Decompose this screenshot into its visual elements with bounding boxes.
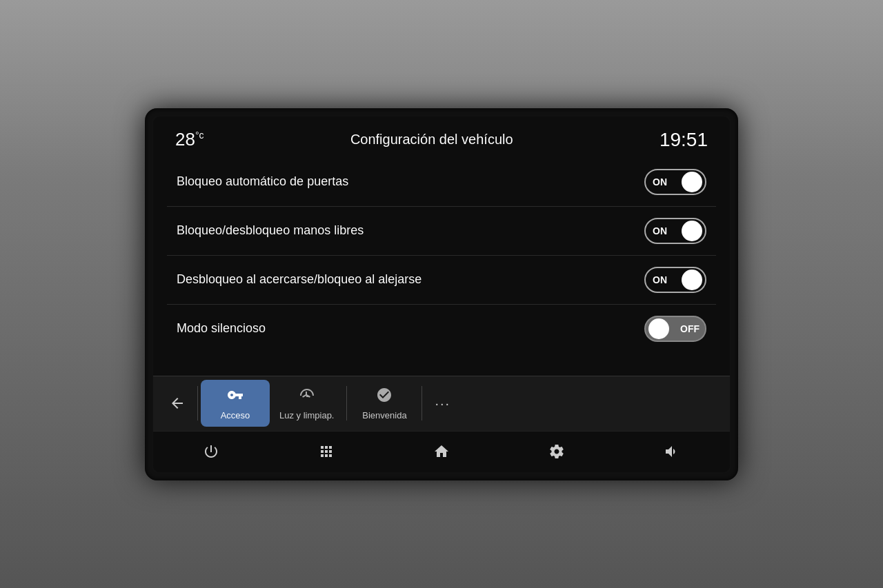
bienvenida-icon: [376, 387, 393, 407]
setting-label-desbloqueo-acercarse: Desbloqueo al acercarse/bloqueo al aleja…: [177, 272, 421, 287]
tab-divider-2: [346, 386, 347, 420]
toggle-knob-manos-libres: [682, 221, 702, 241]
tab-acceso-label: Acceso: [221, 410, 250, 420]
system-bar: [153, 431, 730, 472]
setting-row-bloqueo-automatico: Bloqueo automático de puertas ON: [167, 158, 716, 207]
temperature-display: 28°c: [175, 129, 204, 150]
page-title: Configuración del vehículo: [350, 132, 513, 148]
toggle-knob-bloqueo-automatico: [682, 172, 702, 192]
apps-button[interactable]: [309, 434, 344, 469]
volume-button[interactable]: [655, 434, 689, 469]
key-icon: [227, 387, 244, 403]
home-icon: [433, 443, 450, 460]
vehicle-settings-button[interactable]: [539, 434, 574, 469]
setting-row-desbloqueo-acercarse: Desbloqueo al acercarse/bloqueo al aleja…: [167, 256, 716, 305]
tab-bienvenida[interactable]: Bienvenida: [350, 380, 419, 427]
toggle-modo-silencioso[interactable]: OFF: [644, 316, 706, 342]
luz-limpiap-icon: [299, 387, 315, 407]
toggle-bloqueo-automatico[interactable]: ON: [644, 169, 706, 195]
toggle-manos-libres[interactable]: ON: [644, 218, 706, 244]
toggle-text-modo-silencioso: OFF: [680, 323, 700, 334]
temperature-value: 28: [175, 129, 195, 150]
main-screen: 28°c Configuración del vehículo 19:51 Bl…: [153, 116, 730, 472]
tab-divider-1: [197, 386, 198, 420]
tab-luz-limpiap[interactable]: Luz y limpiap.: [270, 380, 344, 427]
clock-display: 19:51: [659, 129, 708, 151]
back-button[interactable]: [160, 395, 195, 412]
settings-list: Bloqueo automático de puertas ON Bloqueo…: [153, 158, 730, 376]
tab-luz-limpiap-label: Luz y limpiap.: [279, 410, 334, 420]
setting-label-bloqueo-automatico: Bloqueo automático de puertas: [177, 174, 348, 189]
toggle-desbloqueo-acercarse[interactable]: ON: [644, 267, 706, 293]
acceso-icon: [227, 387, 244, 407]
wiper-icon: [299, 387, 315, 403]
volume-icon: [664, 443, 680, 460]
car-dashboard: 28°c Configuración del vehículo 19:51 Bl…: [0, 0, 883, 588]
person-icon: [376, 387, 393, 403]
toggle-knob-desbloqueo-acercarse: [682, 270, 702, 290]
back-icon: [169, 395, 186, 412]
setting-row-modo-silencioso: Modo silencioso OFF: [167, 305, 716, 353]
power-button[interactable]: [194, 434, 228, 469]
screen-bezel: 28°c Configuración del vehículo 19:51 Bl…: [145, 108, 738, 480]
tab-divider-3: [421, 386, 422, 420]
tab-bienvenida-label: Bienvenida: [362, 410, 406, 420]
setting-row-manos-libres: Bloqueo/desbloqueo manos libres ON: [167, 207, 716, 256]
home-button[interactable]: [424, 434, 459, 469]
setting-label-manos-libres: Bloqueo/desbloqueo manos libres: [177, 223, 364, 238]
power-icon: [203, 443, 219, 460]
header: 28°c Configuración del vehículo 19:51: [153, 116, 730, 158]
setting-label-modo-silencioso: Modo silencioso: [177, 321, 266, 336]
toggle-knob-modo-silencioso: [648, 318, 669, 339]
tab-acceso[interactable]: Acceso: [201, 380, 270, 427]
toggle-text-bloqueo-automatico: ON: [653, 176, 667, 187]
toggle-text-manos-libres: ON: [653, 225, 667, 236]
temperature-unit: °c: [195, 130, 204, 141]
more-button[interactable]: ···: [425, 396, 460, 412]
toggle-text-desbloqueo-acercarse: ON: [653, 274, 667, 285]
grid-icon: [318, 443, 335, 460]
tab-bar: Acceso Luz y limpiap.: [153, 376, 730, 431]
car-settings-icon: [548, 443, 565, 460]
